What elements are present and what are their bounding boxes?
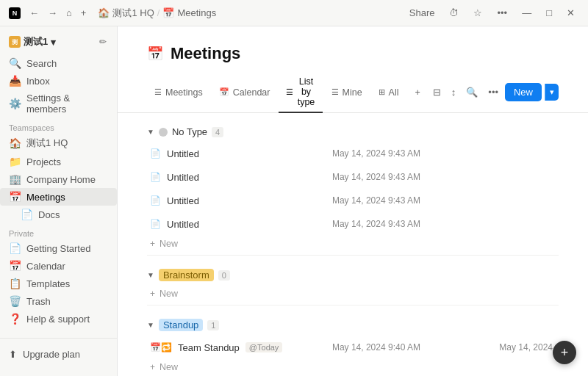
sidebar-item-docs[interactable]: 📄 Docs	[0, 206, 117, 223]
inbox-icon: 📥	[9, 75, 21, 87]
tab-label: All	[389, 87, 399, 98]
tab-all[interactable]: ⊞ All	[371, 83, 406, 102]
add-new-no-type[interactable]: + New	[147, 236, 559, 252]
group-header-brainstorm[interactable]: ▼ Brainstorm 0	[147, 264, 559, 286]
table-row[interactable]: 📄Untitled May 14, 2024 9:43 AM	[147, 142, 559, 165]
add-new-brainstorm[interactable]: + New	[147, 286, 559, 302]
tab-list-by-type[interactable]: ☰ List by type	[279, 72, 322, 113]
group-header-standup[interactable]: ▼ Standup 1	[147, 314, 559, 336]
sidebar-item-getting-started[interactable]: 📄 Getting Started	[0, 239, 117, 257]
sidebar: 测 测试1 ▾ ✏ 🔍 Search 📥 Inbox ⚙️ Settings &…	[0, 26, 118, 376]
sidebar-item-label: Inbox	[26, 76, 50, 87]
company-icon: 🏢	[9, 173, 21, 185]
group-badge-brainstorm: 0	[218, 270, 230, 281]
sidebar-item-hq[interactable]: 🏠 测试1 HQ	[0, 134, 117, 153]
row-date-created: May 14, 2024 9:43 AM	[294, 219, 426, 229]
sidebar-item-label: Trash	[26, 296, 51, 307]
search-button[interactable]: 🔍	[462, 84, 481, 101]
filter-button[interactable]: ⊟	[429, 84, 445, 101]
sidebar-item-help[interactable]: ❓ Help & support	[0, 310, 117, 328]
table-row[interactable]: 📄Untitled May 14, 2024 9:43 AM	[147, 212, 559, 236]
sidebar-item-settings[interactable]: ⚙️ Settings & members	[0, 90, 117, 118]
nav-controls: ← → ⌂ +	[26, 6, 89, 20]
tab-mine[interactable]: ☰ Mine	[324, 83, 370, 102]
fab-icon: +	[561, 345, 569, 361]
close-button[interactable]: ✕	[562, 6, 579, 20]
group-badge-standup: 1	[207, 320, 219, 330]
sidebar-item-calendar[interactable]: 📅 Calendar	[0, 257, 117, 275]
add-icon: +	[150, 289, 155, 299]
add-new-label: New	[159, 289, 178, 299]
meetings-icon: 📅	[9, 191, 21, 203]
row-name: 📅🔁 Team Standup @Today	[147, 342, 294, 353]
settings-icon: ⚙️	[9, 98, 21, 109]
share-button[interactable]: Share	[405, 6, 440, 20]
sidebar-item-inbox[interactable]: 📥 Inbox	[0, 72, 117, 90]
sidebar-item-label: Company Home	[26, 174, 96, 185]
add-icon: +	[150, 362, 155, 372]
sidebar-item-company-home[interactable]: 🏢 Company Home	[0, 170, 117, 188]
sidebar-item-meetings[interactable]: 📅 Meetings	[0, 188, 117, 206]
group-chevron-no-type: ▼	[147, 128, 154, 136]
topbar: N ← → ⌂ + 🏠 测试1 HQ / 📅 Meetings Share ⏱ …	[0, 0, 588, 26]
row-date-created: May 14, 2024 9:43 AM	[294, 172, 426, 182]
group-header-no-type[interactable]: ▼ No Type 4	[147, 122, 559, 142]
add-tab-button[interactable]: +	[78, 6, 90, 20]
add-new-standup[interactable]: + New	[147, 359, 559, 375]
group-badge-no-type: 4	[212, 127, 223, 137]
table-row[interactable]: 📄Untitled May 14, 2024 9:43 AM	[147, 189, 559, 212]
all-tab-icon: ⊞	[379, 87, 385, 97]
fab-button[interactable]: +	[553, 341, 576, 364]
breadcrumb-workspace[interactable]: 🏠 测试1 HQ	[98, 7, 154, 20]
edit-workspace-button[interactable]: ✏	[98, 35, 108, 48]
more-button[interactable]: •••	[492, 6, 512, 20]
minimize-button[interactable]: —	[517, 6, 536, 20]
sidebar-item-label: 测试1 HQ	[26, 137, 68, 150]
sidebar-item-label: Docs	[38, 209, 60, 220]
sidebar-item-label: Projects	[26, 156, 61, 167]
private-label: Private	[0, 223, 117, 239]
sidebar-bottom: ⬆ Upgrade plan	[0, 338, 117, 370]
tab-meetings[interactable]: ☰ Meetings	[147, 83, 210, 102]
sidebar-item-templates[interactable]: 📋 Templates	[0, 275, 117, 292]
tab-add[interactable]: +	[408, 83, 428, 102]
templates-icon: 📋	[9, 278, 21, 289]
mine-tab-icon: ☰	[331, 87, 339, 97]
more-options-button[interactable]: •••	[484, 84, 502, 101]
breadcrumb-page[interactable]: 📅 Meetings	[162, 7, 216, 18]
list-tab-icon: ☰	[286, 87, 293, 97]
doc-icon: 📄	[150, 219, 161, 229]
row-date-created: May 14, 2024 9:43 AM	[294, 148, 426, 159]
group-chevron-brainstorm: ▼	[147, 271, 154, 279]
row-name: 📄Untitled	[147, 172, 294, 183]
table-row[interactable]: 📅🔁 Team Standup @Today May 14, 2024 9:40…	[147, 336, 559, 359]
tab-calendar[interactable]: 📅 Calendar	[212, 83, 278, 102]
new-button[interactable]: New	[505, 83, 542, 101]
table-row[interactable]: 📄Untitled May 14, 2024 9:43 AM	[147, 165, 559, 189]
row-date-created: May 14, 2024 9:43 AM	[294, 195, 426, 206]
row-tag: @Today	[245, 342, 283, 352]
back-button[interactable]: ←	[26, 6, 42, 20]
tab-label: Meetings	[165, 87, 203, 98]
timer-icon-button[interactable]: ⏱	[445, 6, 463, 20]
workspace-selector[interactable]: 测 测试1 ▾ ✏	[0, 32, 117, 51]
bookmark-button[interactable]: ☆	[469, 6, 487, 20]
sidebar-item-projects[interactable]: 📁 Projects	[0, 153, 117, 170]
projects-icon: 📁	[9, 156, 21, 167]
group-brainstorm: ▼ Brainstorm 0 + New	[147, 264, 559, 302]
page-header: 📅 Meetings	[118, 26, 588, 63]
home-button[interactable]: ⌂	[63, 6, 75, 20]
row-name: 📄Untitled	[147, 195, 294, 206]
sidebar-item-trash[interactable]: 🗑️ Trash	[0, 292, 117, 310]
upgrade-button[interactable]: ⬆ Upgrade plan	[0, 344, 117, 364]
group-label-brainstorm: Brainstorm	[159, 269, 214, 281]
maximize-button[interactable]: □	[542, 6, 556, 20]
row-date-created: May 14, 2024 9:40 AM	[294, 342, 426, 352]
divider	[147, 255, 559, 256]
sidebar-item-search[interactable]: 🔍 Search	[0, 54, 117, 72]
forward-button[interactable]: →	[45, 6, 60, 20]
new-dropdown-button[interactable]: ▾	[545, 84, 559, 101]
logo-text: N	[12, 10, 18, 17]
sort-button[interactable]: ↕	[448, 84, 460, 101]
tab-label: List by type	[297, 76, 315, 107]
